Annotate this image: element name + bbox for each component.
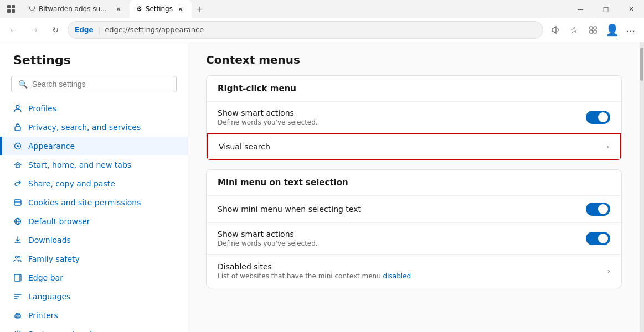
- show-mini-menu-row: Show mini menu when selecting text: [207, 196, 621, 223]
- tab-settings[interactable]: ⚙ Settings ✕: [130, 0, 192, 18]
- profile-icon[interactable]: 👤: [603, 21, 621, 39]
- show-mini-menu-toggle[interactable]: [586, 203, 610, 216]
- right-click-menu-section: Right-click menu Show smart actions Defi…: [206, 75, 622, 160]
- search-settings-container[interactable]: 🔍: [11, 76, 177, 92]
- minimize-button[interactable]: —: [568, 0, 593, 18]
- mini-menu-section: Mini menu on text selection Show mini me…: [206, 169, 622, 288]
- show-smart-actions-row: Show smart actions Define words you've s…: [207, 102, 621, 133]
- browser-toolbar: ← → ↻ Edge | edge://settings/appearance …: [0, 18, 644, 42]
- address-bar[interactable]: Edge | edge://settings/appearance: [68, 21, 543, 39]
- app-icon: [0, 0, 22, 18]
- edge-brand-label: Edge: [75, 26, 94, 34]
- close-button[interactable]: ✕: [619, 0, 644, 18]
- sidebar: Settings 🔍 Profiles Privacy, search, and…: [0, 42, 188, 332]
- titlebar-left: 🛡 Bitwarden adds support for Sim... ✕ ⚙ …: [0, 0, 568, 18]
- tab-settings-label: Settings: [146, 5, 173, 13]
- visual-search-row[interactable]: Visual search ›: [207, 133, 621, 160]
- svg-rect-2: [7, 9, 11, 13]
- sidebar-item-downloads[interactable]: Downloads: [0, 231, 188, 250]
- svg-rect-1: [12, 5, 15, 8]
- main-area: Settings 🔍 Profiles Privacy, search, and…: [0, 42, 644, 332]
- tab-bitwarden-label: Bitwarden adds support for Sim...: [39, 5, 111, 13]
- sidebar-item-cookies-label: Cookies and site permissions: [28, 198, 141, 207]
- printers-icon: [13, 310, 23, 320]
- show-smart-actions-mini-row: Show smart actions Define words you've s…: [207, 223, 621, 255]
- sidebar-item-system-label: System and performance: [28, 330, 126, 332]
- favorites-icon[interactable]: ☆: [565, 21, 583, 39]
- address-text: edge://settings/appearance: [105, 25, 536, 34]
- more-icon[interactable]: ...: [622, 21, 640, 39]
- tab-settings-close[interactable]: ✕: [176, 4, 185, 13]
- svg-point-11: [17, 145, 19, 147]
- disabled-sites-row[interactable]: Disabled sites List of websites that hav…: [207, 255, 621, 288]
- sidebar-item-privacy[interactable]: Privacy, search, and services: [0, 118, 188, 137]
- svg-rect-12: [16, 165, 19, 168]
- forward-button[interactable]: →: [25, 21, 43, 39]
- family-safety-icon: [13, 254, 23, 264]
- sidebar-item-appearance[interactable]: Appearance: [0, 137, 188, 155]
- search-icon: 🔍: [18, 80, 28, 89]
- tab-settings-icon: ⚙: [136, 5, 142, 13]
- system-icon: [13, 329, 23, 332]
- sidebar-item-languages[interactable]: Languages: [0, 287, 188, 306]
- address-divider: |: [98, 25, 101, 34]
- search-settings-input[interactable]: [32, 80, 169, 89]
- right-scrollbar[interactable]: [640, 42, 644, 332]
- collections-icon[interactable]: [584, 21, 602, 39]
- tab-bitwarden-close[interactable]: ✕: [114, 4, 123, 13]
- read-aloud-icon[interactable]: [547, 21, 564, 39]
- cookies-icon: [13, 198, 23, 208]
- sidebar-item-family-safety-label: Family safety: [28, 255, 80, 263]
- sidebar-item-printers-label: Printers: [28, 311, 58, 320]
- new-tab-button[interactable]: +: [192, 1, 207, 17]
- svg-rect-4: [590, 27, 593, 29]
- edge-bar-icon: [13, 273, 23, 283]
- back-button[interactable]: ←: [4, 21, 22, 39]
- sidebar-item-printers[interactable]: Printers: [0, 306, 188, 325]
- show-smart-actions-mini-desc: Define words you've selected.: [218, 240, 586, 247]
- sidebar-item-privacy-label: Privacy, search, and services: [28, 123, 141, 132]
- sidebar-item-profiles[interactable]: Profiles: [0, 99, 188, 118]
- content-area: Context menus Right-click menu Show smar…: [188, 42, 640, 332]
- show-smart-actions-mini-label: Show smart actions: [218, 230, 586, 238]
- show-smart-actions-toggle[interactable]: [586, 111, 610, 124]
- sidebar-item-share-copy-label: Share, copy and paste: [28, 179, 115, 188]
- disabled-sites-link[interactable]: disabled: [383, 272, 411, 280]
- tab-bitwarden[interactable]: 🛡 Bitwarden adds support for Sim... ✕: [22, 0, 130, 18]
- svg-rect-13: [14, 200, 21, 205]
- svg-rect-3: [12, 9, 15, 13]
- visual-search-chevron-icon: ›: [606, 142, 609, 151]
- svg-rect-9: [15, 127, 20, 131]
- svg-rect-23: [16, 316, 19, 318]
- sidebar-item-default-browser[interactable]: Default browser: [0, 212, 188, 231]
- visual-search-label: Visual search: [219, 142, 270, 151]
- languages-icon: [13, 292, 23, 302]
- disabled-sites-desc: List of websites that have the mini cont…: [218, 272, 411, 280]
- downloads-icon: [13, 235, 23, 245]
- profiles-icon: [13, 103, 23, 113]
- mini-menu-header: Mini menu on text selection: [207, 170, 621, 196]
- show-smart-actions-desc: Define words you've selected.: [218, 118, 586, 126]
- toolbar-icons: ☆ 👤 ...: [547, 21, 640, 39]
- tab-bitwarden-icon: 🛡: [29, 5, 35, 13]
- svg-rect-0: [7, 5, 11, 8]
- maximize-button[interactable]: □: [593, 0, 619, 18]
- sidebar-item-family-safety[interactable]: Family safety: [0, 250, 188, 268]
- titlebar: 🛡 Bitwarden adds support for Sim... ✕ ⚙ …: [0, 0, 644, 18]
- sidebar-item-share-copy[interactable]: Share, copy and paste: [0, 174, 188, 193]
- show-smart-actions-mini-toggle[interactable]: [586, 232, 610, 245]
- sidebar-item-start-home[interactable]: Start, home, and new tabs: [0, 155, 188, 174]
- svg-rect-6: [590, 30, 593, 33]
- sidebar-item-system[interactable]: System and performance: [0, 325, 188, 332]
- sidebar-item-appearance-label: Appearance: [28, 142, 75, 151]
- svg-point-19: [18, 256, 20, 258]
- right-click-menu-header: Right-click menu: [207, 76, 621, 102]
- sidebar-item-edge-bar[interactable]: Edge bar: [0, 268, 188, 287]
- show-mini-menu-label: Show mini menu when selecting text: [218, 205, 586, 214]
- svg-rect-7: [594, 30, 596, 33]
- appearance-icon: [13, 141, 23, 151]
- svg-rect-20: [14, 274, 21, 281]
- sidebar-item-cookies[interactable]: Cookies and site permissions: [0, 193, 188, 212]
- sidebar-item-default-browser-label: Default browser: [28, 217, 90, 226]
- refresh-button[interactable]: ↻: [47, 21, 64, 39]
